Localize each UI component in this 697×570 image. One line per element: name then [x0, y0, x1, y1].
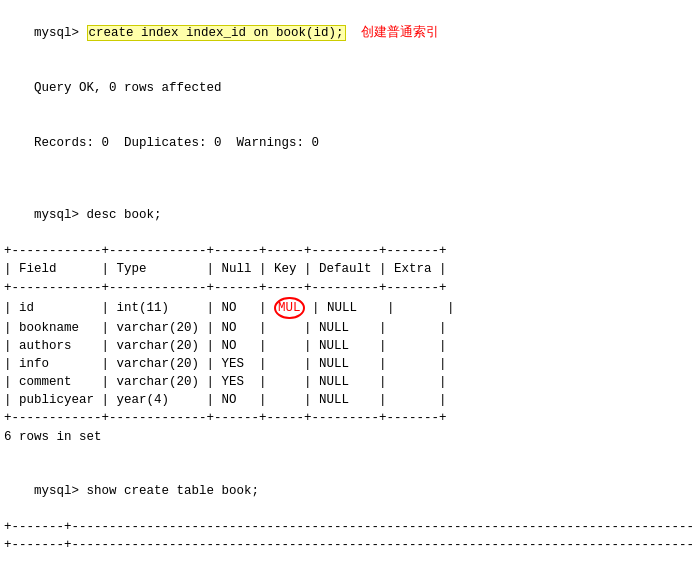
table-divider-bottom: +------------+-------------+------+-----… [4, 409, 693, 427]
sql-command-1: create index index_id on book(id); [87, 25, 346, 41]
command-line-3: mysql> show create table book; [4, 464, 693, 518]
sql-command-2: desc book; [87, 208, 162, 222]
mul-badge: MUL [274, 297, 305, 319]
table-row-info: | info | varchar(20) | YES | | NULL | | [4, 355, 693, 373]
table-header: | Field | Type | Null | Key | Default | … [4, 260, 693, 278]
terminal-window: mysql> create index index_id on book(id)… [0, 0, 697, 570]
blank-2 [4, 446, 693, 464]
prompt-1: mysql> [34, 26, 87, 40]
table-row-bookname: | bookname | varchar(20) | NO | | NULL |… [4, 319, 693, 337]
rows-in-set: 6 rows in set [4, 428, 693, 446]
wide-divider-2: +-------+-------------------------------… [4, 536, 693, 554]
annotation-1: 创建普通索引 [361, 25, 439, 40]
table-row-publicyear: | publicyear | year(4) | NO | | NULL | | [4, 391, 693, 409]
table-row-id: | id | int(11) | NO | MUL | NULL | | [4, 297, 693, 319]
blank-1 [4, 170, 693, 188]
wide-divider-1: +-------+-------------------------------… [4, 518, 693, 536]
query-ok-text: Query OK, 0 rows affected [34, 81, 222, 95]
prompt-3: mysql> [34, 484, 87, 498]
table-row-comment: | comment | varchar(20) | YES | | NULL |… [4, 373, 693, 391]
sql-command-3: show create table book; [87, 484, 260, 498]
prompt-2: mysql> [34, 208, 87, 222]
query-ok-line: Query OK, 0 rows affected [4, 61, 693, 115]
records-line: Records: 0 Duplicates: 0 Warnings: 0 [4, 115, 693, 169]
table-divider-mid: +------------+-------------+------+-----… [4, 279, 693, 297]
command-line-2: mysql> desc book; [4, 188, 693, 242]
records-text: Records: 0 Duplicates: 0 Warnings: 0 [34, 136, 319, 150]
blank-3 [4, 554, 693, 570]
command-line-1: mysql> create index index_id on book(id)… [4, 6, 693, 61]
table-row-authors: | authors | varchar(20) | NO | | NULL | … [4, 337, 693, 355]
table-divider-top: +------------+-------------+------+-----… [4, 242, 693, 260]
